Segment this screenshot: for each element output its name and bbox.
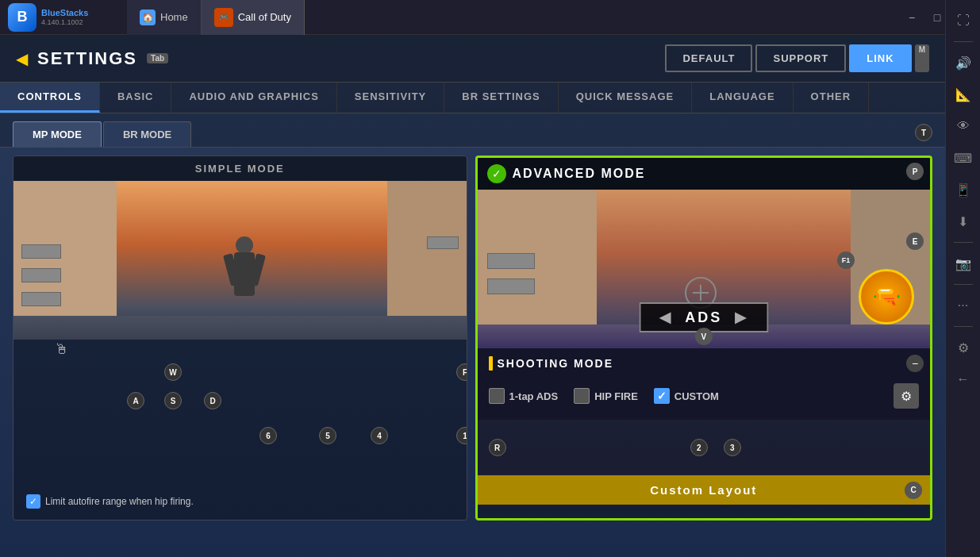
hip-fire-option[interactable]: HIP FIRE [574, 388, 638, 404]
link-button[interactable]: LINK [849, 44, 911, 72]
tab-other[interactable]: OTHER [794, 83, 870, 113]
building-left [13, 181, 117, 332]
crosshair-h [693, 292, 709, 294]
key-6: 6 [259, 427, 277, 444]
custom-checkbox[interactable]: ✓ [654, 388, 670, 404]
tab-controls[interactable]: CONTROLS [0, 83, 100, 113]
shooting-mode-title: SHOOTING MODE [498, 357, 614, 370]
key-s: S [164, 392, 182, 409]
m-badge: M [915, 44, 929, 72]
sidebar-expand-icon[interactable]: ⛶ [949, 6, 978, 35]
bluestacks-logo-icon: B [8, 3, 37, 32]
autofire-label: Limit autofire range when hip firing. [45, 496, 194, 507]
tab-sensitivity[interactable]: SENSITIVITY [337, 83, 444, 113]
fire-button[interactable]: 🔫 [859, 269, 914, 325]
key-w: W [164, 363, 182, 381]
e-badge: E [906, 232, 924, 250]
tab-basic[interactable]: BASIC [100, 83, 171, 113]
key-1: 1 [456, 427, 467, 444]
sidebar-camera-icon[interactable]: 📷 [949, 249, 978, 278]
autofire-checkbox[interactable]: ✓ [26, 494, 40, 509]
soldier-head [236, 236, 253, 254]
ads-arrow-left: ◀ [659, 309, 672, 326]
mp-mode-tab[interactable]: MP MODE [13, 121, 102, 147]
sidebar-volume-icon[interactable]: 🔊 [949, 48, 978, 77]
tap-ads-checkbox[interactable] [489, 388, 505, 404]
sidebar-divider-1 [954, 41, 973, 42]
f1-badge: F1 [837, 252, 855, 269]
autofire-option[interactable]: ✓ Limit autofire range when hip firing. [26, 494, 194, 509]
soldier [221, 229, 268, 324]
home-tab-icon: 🏠 [140, 10, 156, 25]
key-a: A [127, 392, 144, 409]
v-badge: V [695, 328, 713, 345]
sidebar-divider-3 [954, 284, 973, 285]
adv-window-1 [487, 253, 535, 269]
tab-audio-graphics[interactable]: AUDIO AND GRAPHICS [171, 83, 336, 113]
sidebar-back-icon[interactable]: ← [949, 365, 978, 394]
tap-ads-option[interactable]: 1-tap ADS [489, 388, 559, 404]
game-tab[interactable]: 🎮 Call of Duty [202, 0, 305, 35]
t-badge: T [915, 124, 932, 141]
shooting-mode-bar-icon [489, 356, 493, 371]
sidebar-view-icon[interactable]: 👁 [949, 112, 978, 140]
p-badge: P [906, 163, 924, 180]
mode-tabs-bar: MP MODE BR MODE T [0, 113, 945, 148]
sidebar-divider-4 [954, 326, 973, 327]
custom-label: CUSTOM [674, 390, 719, 402]
default-button[interactable]: DEFAULT [665, 44, 752, 72]
simple-keys-area: W A D S 6 5 4 1 F [13, 355, 467, 459]
shooting-mode-header: SHOOTING MODE − [489, 356, 920, 371]
key-5: 5 [319, 427, 336, 444]
tab-language[interactable]: LANGUAGE [692, 83, 793, 113]
key-f: F [456, 363, 467, 381]
minimize-button[interactable]: − [901, 6, 923, 29]
sidebar-keyboard-icon[interactable]: ⌨ [949, 144, 978, 172]
sidebar-more-icon[interactable]: ··· [949, 291, 978, 320]
right-sidebar: ⛶ 🔊 📐 👁 ⌨ 📱 ⬇ 📷 ··· ⚙ ← [945, 0, 980, 557]
sidebar-settings-icon[interactable]: ⚙ [949, 333, 978, 362]
settings-title-group: ◀ SETTINGS Tab [16, 48, 168, 69]
simple-mode-screenshot [13, 181, 467, 340]
nav-tabs: CONTROLS BASIC AUDIO AND GRAPHICS SENSIT… [0, 83, 945, 113]
sidebar-resize-icon[interactable]: 📐 [949, 80, 978, 109]
window-1 [21, 244, 61, 259]
settings-title-text: SETTINGS [37, 48, 137, 69]
settings-gear-button[interactable]: ⚙ [894, 383, 919, 409]
key-d: D [204, 392, 221, 409]
adv-window-2 [487, 278, 535, 294]
home-tab[interactable]: 🏠 Home [127, 0, 202, 35]
adv-keys-row: 2 3 [509, 439, 923, 456]
custom-layout-button[interactable]: Custom Layout [650, 483, 757, 497]
ads-label: ADS [685, 309, 722, 326]
simple-mode-title: SIMPLE MODE [13, 156, 467, 181]
advanced-mode-panel: ✓ ADVANCED MODE P ◀ [475, 156, 933, 521]
window-2 [21, 268, 61, 282]
minus-button[interactable]: − [906, 355, 924, 372]
tab-badge: Tab [147, 53, 168, 63]
simple-mode-panel: SIMPLE MODE [13, 156, 467, 521]
building-right [387, 181, 467, 324]
panels-container: SIMPLE MODE [0, 148, 945, 528]
settings-header: ◀ SETTINGS Tab DEFAULT SUPPORT LINK M [0, 35, 945, 83]
tab-br-settings[interactable]: BR SETTINGS [444, 83, 558, 113]
custom-option[interactable]: ✓ CUSTOM [654, 388, 719, 404]
sidebar-mobile-icon[interactable]: 📱 [949, 175, 978, 204]
br-mode-tab[interactable]: BR MODE [103, 121, 191, 147]
home-tab-label: Home [160, 11, 188, 23]
window-4 [427, 236, 459, 249]
mouse-area: 🖱 [13, 340, 467, 355]
adv-key-2: 2 [690, 439, 708, 456]
back-arrow-icon[interactable]: ◀ [16, 49, 28, 68]
settings-header-buttons: DEFAULT SUPPORT LINK M [665, 44, 929, 72]
key-4: 4 [371, 427, 388, 444]
app-logo: B BlueStacks 4.140.1.1002 [0, 3, 127, 32]
sidebar-download-icon[interactable]: ⬇ [949, 207, 978, 236]
support-button[interactable]: SUPPORT [755, 44, 846, 72]
c-badge: C [905, 482, 922, 499]
advanced-keys-area: R 2 3 [478, 420, 931, 475]
sidebar-divider-2 [954, 242, 973, 243]
hip-fire-checkbox[interactable] [574, 388, 590, 404]
tab-quick-message[interactable]: QUICK MESSAGE [559, 83, 693, 113]
game-tab-icon: 🎮 [214, 8, 233, 27]
